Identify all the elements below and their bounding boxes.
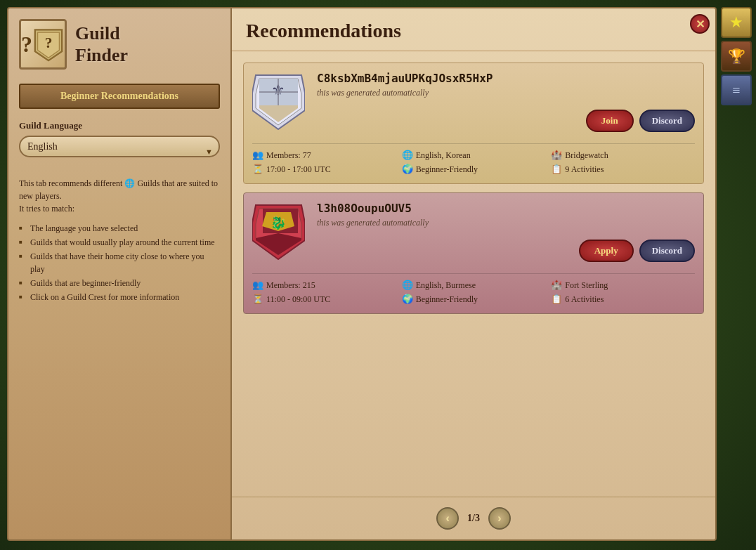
type-icon-1: 🌍 (402, 164, 413, 175)
sidebar-list: The language you have selected Guilds th… (19, 222, 220, 303)
discord-button-1[interactable]: Discord (639, 110, 695, 132)
guild-info-2: l3h08OoupuOUV5 this was generated automa… (317, 202, 571, 265)
list-icon: ≡ (732, 82, 740, 98)
list-item: Guilds that would usually play around th… (19, 236, 220, 249)
prev-page-button[interactable]: ‹ (436, 507, 459, 530)
guild-name-2: l3h08OoupuOUV5 (317, 202, 571, 215)
guild-card-2: 🐉 l3h08OoupuOUV5 this was generated auto… (243, 192, 704, 314)
guild-crest-2[interactable]: 🐉 (252, 202, 308, 265)
guild-name-1: C8ksbXmB4mjauUPKqJOsxR5HxP (317, 72, 578, 85)
members-icon-2: 👥 (252, 280, 263, 291)
right-panel: ★ 🏆 ≡ (721, 7, 752, 105)
guild-info-1: C8ksbXmB4mjauUPKqJOsxR5HxP this was gene… (317, 72, 578, 135)
guild-members-1: 👥 Members: 77 (252, 150, 396, 161)
guild-languages-2: 🌐 English, Burmese (402, 280, 546, 291)
guild-meta-1: 👥 Members: 77 🌐 English, Korean 🏰 Bridge… (252, 143, 695, 175)
guild-actions-1: Join Discord (586, 110, 695, 132)
guild-finder-header: ? GuildFinder (19, 19, 220, 70)
list-item: Click on a Guild Crest for more informat… (19, 291, 220, 303)
main-title: Recommendations (246, 20, 701, 42)
language-select-wrapper: English Spanish German French Korean Bur… (19, 136, 220, 167)
main-content: ✕ Recommendations ⚜ (232, 7, 717, 541)
guild-type-1: 🌍 Beginner-Friendly (402, 164, 546, 175)
list-item: Guilds that are beginner-friendly (19, 277, 220, 289)
close-button[interactable]: ✕ (690, 14, 710, 34)
guild-language-label: Guild Language (19, 120, 220, 131)
beginner-rec-button[interactable]: Beginner Recommendations (19, 84, 220, 109)
guild-card-1: ⚜ C8ksbXmB4mjauUPKqJOsxR5HxP this was ge… (243, 63, 704, 184)
guild-time-2: ⏳ 11:00 - 09:00 UTC (252, 294, 396, 305)
guild-card-top-1: ⚜ C8ksbXmB4mjauUPKqJOsxR5HxP this was ge… (252, 72, 695, 135)
members-icon-1: 👥 (252, 150, 263, 161)
guild-crest-1[interactable]: ⚜ (252, 72, 308, 135)
guilds-list: ⚜ C8ksbXmB4mjauUPKqJOsxR5HxP this was ge… (232, 51, 715, 497)
time-icon-1: ⏳ (252, 164, 263, 175)
guild-languages-1: 🌐 English, Korean (402, 150, 546, 161)
apply-button-2[interactable]: Apply (579, 240, 634, 262)
guild-type-2: 🌍 Beginner-Friendly (402, 294, 546, 305)
time-icon-2: ⏳ (252, 294, 263, 305)
sidebar-description: This tab recommends different 🌐 Guilds t… (19, 177, 220, 215)
guild-actions-2: Apply Discord (579, 240, 695, 262)
page-info: 1/3 (467, 513, 480, 524)
guild-auto-text-2: this was generated automatically (317, 218, 571, 228)
list-button[interactable]: ≡ (721, 74, 752, 105)
city-icon-2: 🏰 (551, 280, 562, 291)
language-icon-1: 🌐 (402, 150, 413, 161)
join-button-1[interactable]: Join (586, 110, 634, 132)
svg-text:?: ? (45, 34, 53, 51)
guild-time-1: ⏳ 17:00 - 17:00 UTC (252, 164, 396, 175)
main-header: Recommendations (232, 8, 715, 51)
city-icon-1: 🏰 (551, 150, 562, 161)
app-title: GuildFinder (75, 22, 128, 66)
discord-button-2[interactable]: Discord (639, 240, 695, 262)
type-icon-2: 🌍 (402, 294, 413, 305)
guild-members-2: 👥 Members: 215 (252, 280, 396, 291)
activities-icon-2: 📋 (551, 294, 562, 305)
guild-auto-text-1: this was generated automatically (317, 88, 578, 98)
trophy-button[interactable]: 🏆 (721, 41, 752, 72)
next-page-button[interactable]: › (488, 507, 511, 530)
list-item: Guilds that have their home city close t… (19, 250, 220, 275)
guild-card-top-2: 🐉 l3h08OoupuOUV5 this was generated auto… (252, 202, 695, 265)
star-icon: ★ (729, 13, 743, 32)
guild-city-2: 🏰 Fort Sterling (551, 280, 695, 291)
guild-city-1: 🏰 Bridgewatch (551, 150, 695, 161)
guild-activities-2: 📋 6 Activities (551, 294, 695, 305)
activities-icon-1: 📋 (551, 164, 562, 175)
pagination: ‹ 1/3 › (232, 497, 715, 539)
svg-text:🐉: 🐉 (271, 215, 287, 230)
guild-activities-1: 📋 9 Activities (551, 164, 695, 175)
sidebar: ? GuildFinder Beginner Recommendations G… (7, 7, 232, 541)
guild-finder-logo: ? (19, 19, 67, 70)
language-select[interactable]: English Spanish German French Korean Bur… (19, 136, 220, 157)
language-icon-2: 🌐 (402, 280, 413, 291)
list-item: The language you have selected (19, 222, 220, 235)
guild-meta-2: 👥 Members: 215 🌐 English, Burmese 🏰 Fort… (252, 273, 695, 305)
favorites-button[interactable]: ★ (721, 7, 752, 38)
trophy-icon: 🏆 (728, 48, 745, 65)
